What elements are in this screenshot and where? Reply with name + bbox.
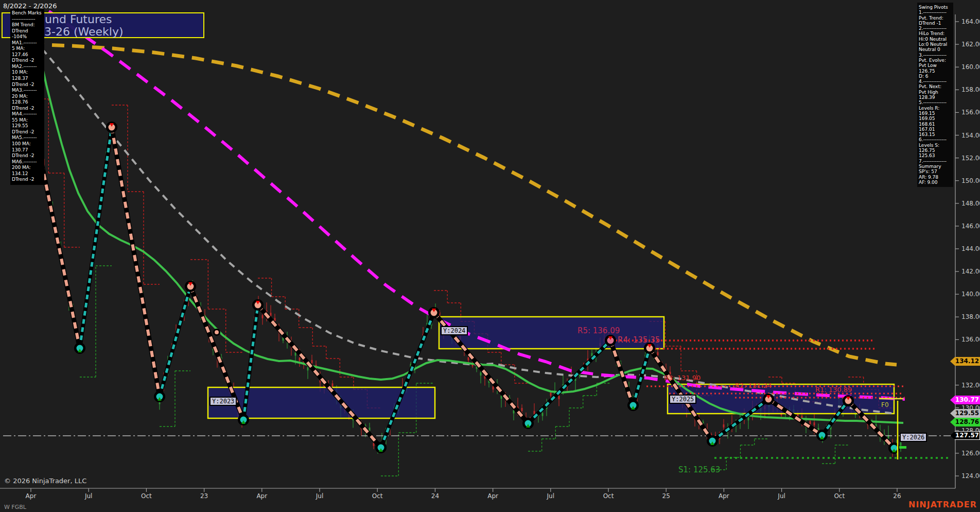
swing-pivots-line: 163.15 [919,132,952,137]
year-chip-2023[interactable]: Y:2023 [209,397,237,406]
swing-pivots-line: Summary [919,164,952,169]
price-tag-127.57: 127.57 [950,431,980,440]
pivot-marker-low [375,442,387,453]
benchmarks-line: 5 MA: [12,46,43,52]
time-axis-label[interactable]: Oct [372,492,383,500]
time-axis-label[interactable]: Apr [487,492,498,500]
swing-pivots-line: 7.-------------- [919,159,952,164]
pivot-marker-low [154,391,165,402]
pivot-marker-minor [213,329,220,336]
price-axis-label[interactable]: 144.00 [961,245,980,252]
swing-pivots-line: D: 6 [919,74,952,79]
year-chip-2025[interactable]: Y:2025 [669,395,696,404]
time-axis-label[interactable]: Apr [256,492,267,500]
time-axis-label[interactable]: Apr [26,492,37,500]
level-label-R5: R5: 136.09 [577,326,620,335]
benchmarks-line: BM Trend: [12,22,43,28]
swing-pivots-line: 126.75 [919,69,952,74]
price-axis-label[interactable]: 148.00 [961,200,980,207]
benchmarks-line: 200 MA: [12,165,43,171]
swing-pivots-line: 1.-------------- [919,10,952,15]
pivot-marker-low [74,343,85,354]
trailing-stop-steps [33,99,894,476]
price-axis-label[interactable]: 146.00 [961,223,980,230]
swing-pivots-line: Lo:0 Neutral [919,42,952,47]
price-tag-134.12: 134.12 [950,357,980,366]
swing-pivots-line: 169.05 [919,116,952,121]
benchmarks-line: MA4.-------- [12,111,43,117]
benchmarks-line: 100 MA: [12,141,43,147]
swing-pivots-line: Pvt High [919,90,952,95]
time-axis-label[interactable]: 26 [893,492,901,500]
price-axis-label[interactable]: 160.00 [961,63,980,71]
swing-pivots-line: 126.75 [919,148,952,153]
price-axis-label[interactable]: 132.00 [961,382,980,389]
year-chip-2026[interactable]: Y:2026 [900,433,927,442]
price-axis-label[interactable]: 126.00 [961,450,980,457]
price-tag-130.77: 130.77 [950,396,980,404]
swing-pivots-line: Levels R: [919,106,952,111]
time-axis-label[interactable]: Oct [603,492,614,500]
benchmarks-line: DTrend -104% [12,28,43,40]
pivot-marker-high [605,335,616,346]
price-axis-label[interactable]: 124.00 [961,472,980,480]
pivot-marker-high [185,281,196,292]
swing-pivots-line: Pvt. Next: [919,84,952,89]
swing-pivots-line: 5.-------------- [919,100,952,105]
swing-pivots-line: HiLo Trend: [919,31,952,36]
benchmarks-line: 128.37 [12,76,43,82]
level-label-R3: R3: 131.90 [664,374,701,382]
swing-pivots-line: Levels S: [919,143,952,148]
price-axis-label[interactable]: 138.00 [961,313,980,320]
pivot-marker-low [627,400,639,411]
level-label-F0: F0 [881,401,889,408]
benchmarks-line: DTrend -2 [12,82,43,88]
benchmarks-line: 129.55 [12,123,43,129]
chart-canvas[interactable]: R5: 136.09R4: 135.35R3: 131.90R2: 131.24… [0,0,980,512]
price-axis-label[interactable]: 136.00 [961,336,980,343]
instrument-label: W FGBL [4,504,26,510]
year-chip-2024[interactable]: Y:2024 [441,326,468,335]
level-label-R1: R1: 130.89 [815,386,852,394]
ninjatrader-logo: NINJATRADER [908,500,977,509]
benchmarks-line: MA1.-------- [12,40,43,46]
swing-pivots-line: AF: 9.00 [919,180,952,185]
swing-pivots-line: 169.15 [919,111,952,116]
time-axis-label[interactable]: Jul [547,492,554,500]
price-axis-label[interactable]: 162.00 [961,41,980,48]
benchmarks-line: 130.77 [12,147,43,153]
time-axis-label[interactable]: 24 [431,492,439,500]
swing-pivots-line: Hi:0 Neutral [919,37,952,42]
price-axis-label[interactable]: 152.00 [961,155,980,162]
benchmarks-line: DTrend -2 [12,106,43,112]
benchmarks-line: DTrend -2 [12,58,43,64]
time-axis-label[interactable]: Apr [719,492,729,500]
time-axis-label[interactable]: Jul [777,492,785,500]
pivot-marker-low [522,418,534,429]
benchmarks-line: MA5.-------- [12,135,43,141]
time-axis-label[interactable]: Oct [141,492,152,500]
time-axis-label[interactable]: Jul [84,492,92,500]
time-axis-label[interactable]: 25 [662,492,670,500]
level-label-R2: R2: 131.24 [735,382,772,389]
swing-pivots-line: 125.63 [919,153,952,158]
price-axis-label[interactable]: 150.00 [961,177,980,184]
price-axis-label[interactable]: 142.00 [961,268,980,275]
benchmarks-line: MA6.-------- [12,159,43,165]
benchmarks-line: 20 MA: [12,94,43,100]
price-axis-label[interactable]: 154.00 [961,132,980,139]
swing-pivots-line: Neutral 0 [919,47,952,52]
price-axis-label[interactable]: 156.00 [961,109,980,116]
time-axis-label[interactable]: Oct [834,492,845,500]
benchmarks-line: MA3.-------- [12,88,43,94]
time-axis-label[interactable]: Jul [316,492,323,500]
price-axis-label[interactable]: 164.00 [961,18,980,25]
axes: 164.00162.00160.00158.00156.00154.00152.… [0,14,980,500]
pivot-marker-high [106,122,117,133]
price-axis-label[interactable]: 158.00 [961,86,980,93]
pivot-marker-low [816,430,828,441]
swing-pivots-line: DTrend -1 [919,21,952,26]
benchmarks-line: 128.76 [12,99,43,106]
price-axis-label[interactable]: 140.00 [961,291,980,298]
time-axis-label[interactable]: 23 [200,492,208,500]
